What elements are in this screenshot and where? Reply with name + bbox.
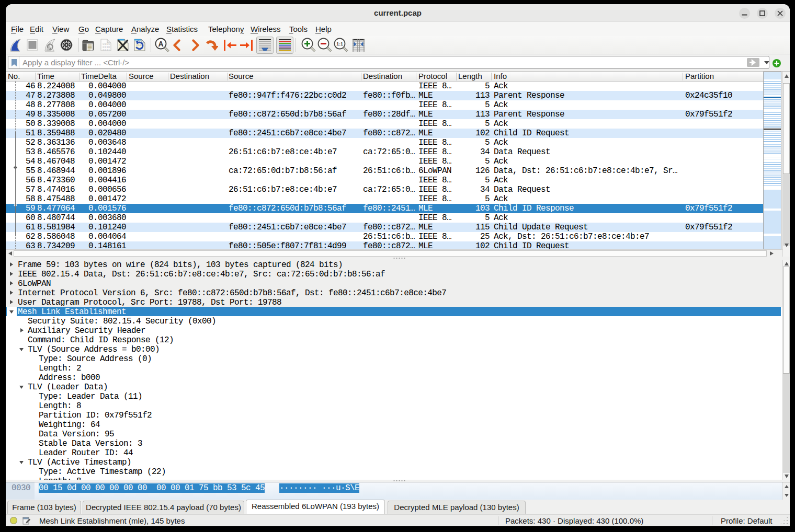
svg-text:1:1: 1:1: [336, 41, 343, 47]
svg-text:0111: 0111: [103, 49, 110, 52]
svg-text:A: A: [158, 40, 163, 48]
